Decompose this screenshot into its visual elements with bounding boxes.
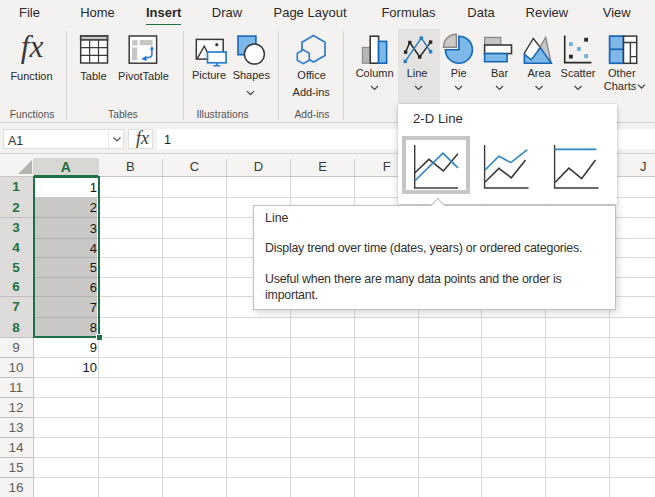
svg-text:fx: fx [21, 29, 44, 64]
